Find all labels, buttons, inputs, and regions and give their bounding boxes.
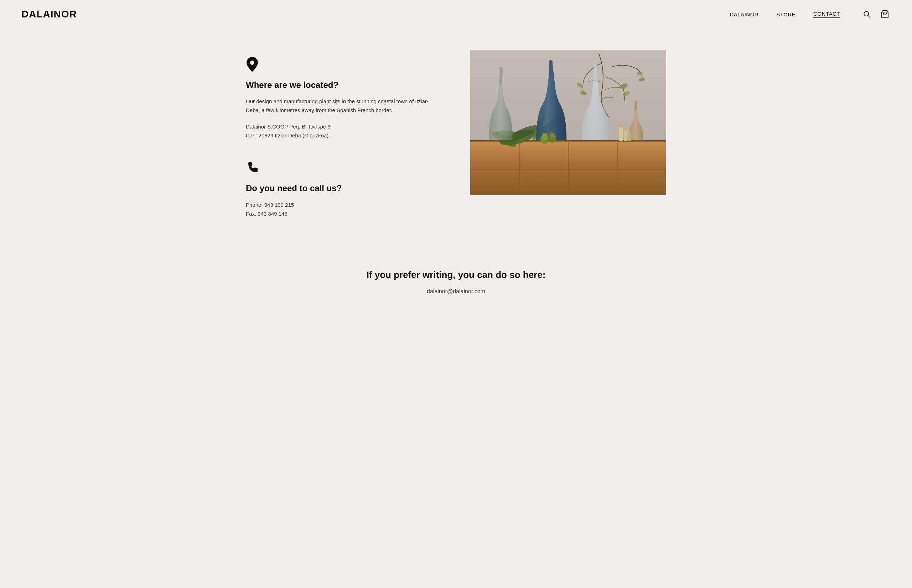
left-column: Where are we located? Our design and man… (246, 50, 442, 240)
svg-point-22 (549, 60, 552, 63)
nav-icon-group (862, 8, 891, 20)
location-body: Our design and manufacturing plant sits … (246, 97, 442, 115)
phone-details: Phone: 943 199 215 Fax: 943 849 145 (246, 200, 442, 218)
location-pin-icon (246, 57, 442, 75)
svg-line-1 (868, 16, 870, 18)
fax-number: Fax: 943 849 145 (246, 209, 442, 218)
location-address: Dalainor S.COOP Peq. Bº Itxaspe 3 C.P.: … (246, 122, 442, 140)
svg-rect-28 (619, 127, 623, 141)
nav-item-contact[interactable]: CONTACT (813, 11, 840, 18)
svg-rect-3 (253, 168, 256, 172)
nav-item-dalainor[interactable]: DALAINOR (730, 11, 759, 18)
hero-image (470, 50, 666, 195)
cart-button[interactable] (879, 8, 891, 20)
phone-icon (246, 162, 442, 178)
contact-email: dalainor@dalainor.com (246, 288, 666, 295)
main-content: Where are we located? Our design and man… (224, 29, 688, 344)
phone-section: Do you need to call us? Phone: 943 199 2… (246, 162, 442, 218)
cart-icon (881, 10, 889, 18)
svg-point-24 (542, 133, 547, 139)
search-icon (863, 10, 871, 18)
address-line2: C.P.: 20829 Itziar-Deba (Gipuzkoa) (246, 131, 442, 140)
bottom-title: If you prefer writing, you can do so her… (246, 268, 666, 281)
location-section: Where are we located? Our design and man… (246, 57, 442, 140)
bottle-scene (470, 50, 666, 195)
nav-item-store[interactable]: STORE (776, 11, 795, 18)
svg-rect-29 (624, 130, 627, 141)
svg-point-26 (550, 132, 555, 139)
address-line1: Dalainor S.COOP Peq. Bº Itxaspe 3 (246, 122, 442, 131)
search-button[interactable] (862, 9, 872, 19)
content-grid: Where are we located? Our design and man… (246, 50, 666, 240)
svg-point-32 (625, 128, 627, 131)
site-header: DALAINOR DALAINOR STORE CONTACT (0, 0, 912, 29)
svg-rect-30 (628, 132, 631, 141)
svg-point-27 (593, 65, 597, 67)
svg-point-21 (499, 67, 502, 70)
svg-point-31 (620, 124, 622, 127)
phone-number: Phone: 943 199 215 (246, 200, 442, 210)
phone-title: Do you need to call us? (246, 183, 442, 193)
right-column (470, 50, 666, 195)
scene-svg (470, 50, 666, 195)
logo[interactable]: DALAINOR (21, 8, 77, 20)
bottom-section: If you prefer writing, you can do so her… (246, 268, 666, 316)
location-title: Where are we located? (246, 80, 442, 90)
main-nav: DALAINOR STORE CONTACT (730, 8, 891, 20)
svg-point-33 (629, 130, 630, 133)
